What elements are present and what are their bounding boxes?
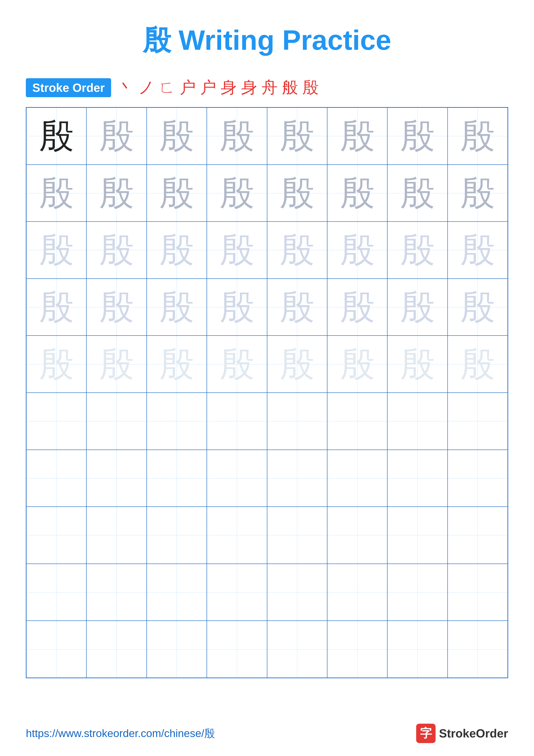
- stroke-step-4: 户: [200, 77, 216, 98]
- grid-cell-8-4[interactable]: [267, 564, 327, 621]
- grid-cell-4-3[interactable]: 殷: [207, 336, 267, 393]
- character-1-0: 殷: [39, 176, 74, 210]
- character-1-2: 殷: [159, 176, 194, 210]
- grid-cell-8-0[interactable]: [26, 564, 87, 621]
- grid-cell-5-7[interactable]: [447, 393, 508, 450]
- grid-cell-0-3[interactable]: 殷: [207, 108, 267, 165]
- grid-cell-9-5[interactable]: [327, 621, 387, 678]
- grid-cell-3-3[interactable]: 殷: [207, 279, 267, 336]
- grid-cell-9-4[interactable]: [267, 621, 327, 678]
- grid-cell-6-3[interactable]: [207, 450, 267, 507]
- grid-cell-1-2[interactable]: 殷: [147, 165, 207, 222]
- grid-cell-4-2[interactable]: 殷: [147, 336, 207, 393]
- grid-cell-1-4[interactable]: 殷: [267, 165, 327, 222]
- grid-cell-9-7[interactable]: [447, 621, 508, 678]
- grid-cell-0-0[interactable]: 殷: [26, 108, 87, 165]
- character-0-4: 殷: [280, 119, 314, 153]
- character-3-4: 殷: [280, 290, 314, 324]
- grid-cell-3-0[interactable]: 殷: [26, 279, 87, 336]
- grid-cell-7-0[interactable]: [26, 507, 87, 564]
- grid-cell-3-1[interactable]: 殷: [87, 279, 146, 336]
- stroke-sequence: 丶ノㄈ户户身身舟般殷: [117, 77, 318, 98]
- grid-cell-0-5[interactable]: 殷: [327, 108, 387, 165]
- grid-cell-9-0[interactable]: [26, 621, 87, 678]
- grid-cell-1-5[interactable]: 殷: [327, 165, 387, 222]
- character-1-4: 殷: [280, 176, 314, 210]
- grid-cell-5-5[interactable]: [327, 393, 387, 450]
- grid-cell-2-2[interactable]: 殷: [147, 222, 207, 279]
- grid-cell-7-6[interactable]: [387, 507, 447, 564]
- character-2-2: 殷: [159, 233, 194, 267]
- grid-cell-5-4[interactable]: [267, 393, 327, 450]
- grid-cell-2-6[interactable]: 殷: [387, 222, 447, 279]
- grid-cell-7-3[interactable]: [207, 507, 267, 564]
- practice-grid[interactable]: 殷殷殷殷殷殷殷殷殷殷殷殷殷殷殷殷殷殷殷殷殷殷殷殷殷殷殷殷殷殷殷殷殷殷殷殷殷殷殷殷: [26, 107, 508, 678]
- character-3-0: 殷: [39, 290, 74, 324]
- grid-cell-4-4[interactable]: 殷: [267, 336, 327, 393]
- grid-cell-8-6[interactable]: [387, 564, 447, 621]
- grid-cell-0-6[interactable]: 殷: [387, 108, 447, 165]
- grid-cell-7-5[interactable]: [327, 507, 387, 564]
- character-3-1: 殷: [99, 290, 134, 324]
- grid-cell-6-7[interactable]: [447, 450, 508, 507]
- stroke-step-1: ノ: [138, 77, 155, 98]
- grid-cell-7-1[interactable]: [87, 507, 146, 564]
- grid-cell-4-5[interactable]: 殷: [327, 336, 387, 393]
- grid-cell-2-4[interactable]: 殷: [267, 222, 327, 279]
- grid-cell-5-0[interactable]: [26, 393, 87, 450]
- grid-cell-6-2[interactable]: [147, 450, 207, 507]
- grid-cell-1-6[interactable]: 殷: [387, 165, 447, 222]
- grid-cell-4-1[interactable]: 殷: [87, 336, 146, 393]
- grid-cell-3-2[interactable]: 殷: [147, 279, 207, 336]
- grid-cell-2-0[interactable]: 殷: [26, 222, 87, 279]
- grid-cell-6-5[interactable]: [327, 450, 387, 507]
- character-2-0: 殷: [39, 233, 74, 267]
- character-0-2: 殷: [159, 119, 194, 153]
- grid-cell-9-6[interactable]: [387, 621, 447, 678]
- grid-cell-9-1[interactable]: [87, 621, 146, 678]
- character-4-0: 殷: [39, 347, 74, 381]
- grid-cell-5-2[interactable]: [147, 393, 207, 450]
- grid-cell-0-1[interactable]: 殷: [87, 108, 146, 165]
- grid-cell-6-4[interactable]: [267, 450, 327, 507]
- grid-cell-5-3[interactable]: [207, 393, 267, 450]
- grid-cell-9-2[interactable]: [147, 621, 207, 678]
- grid-cell-0-4[interactable]: 殷: [267, 108, 327, 165]
- grid-cell-8-7[interactable]: [447, 564, 508, 621]
- grid-cell-4-0[interactable]: 殷: [26, 336, 87, 393]
- grid-cell-9-3[interactable]: [207, 621, 267, 678]
- grid-cell-8-5[interactable]: [327, 564, 387, 621]
- character-1-7: 殷: [460, 176, 495, 210]
- grid-cell-3-6[interactable]: 殷: [387, 279, 447, 336]
- grid-cell-3-5[interactable]: 殷: [327, 279, 387, 336]
- character-2-5: 殷: [340, 233, 375, 267]
- character-2-7: 殷: [460, 233, 495, 267]
- stroke-step-9: 殷: [302, 77, 318, 98]
- grid-cell-6-0[interactable]: [26, 450, 87, 507]
- grid-cell-6-6[interactable]: [387, 450, 447, 507]
- grid-cell-7-4[interactable]: [267, 507, 327, 564]
- grid-cell-3-7[interactable]: 殷: [447, 279, 508, 336]
- grid-cell-3-4[interactable]: 殷: [267, 279, 327, 336]
- grid-cell-4-7[interactable]: 殷: [447, 336, 508, 393]
- grid-cell-4-6[interactable]: 殷: [387, 336, 447, 393]
- grid-cell-0-2[interactable]: 殷: [147, 108, 207, 165]
- grid-cell-8-3[interactable]: [207, 564, 267, 621]
- grid-cell-2-7[interactable]: 殷: [447, 222, 508, 279]
- grid-cell-5-6[interactable]: [387, 393, 447, 450]
- grid-cell-7-7[interactable]: [447, 507, 508, 564]
- grid-cell-2-5[interactable]: 殷: [327, 222, 387, 279]
- logo-icon: 字: [416, 724, 436, 743]
- grid-cell-1-7[interactable]: 殷: [447, 165, 508, 222]
- grid-cell-1-0[interactable]: 殷: [26, 165, 87, 222]
- grid-cell-0-7[interactable]: 殷: [447, 108, 508, 165]
- grid-cell-2-1[interactable]: 殷: [87, 222, 146, 279]
- grid-cell-5-1[interactable]: [87, 393, 146, 450]
- grid-cell-1-1[interactable]: 殷: [87, 165, 146, 222]
- grid-cell-6-1[interactable]: [87, 450, 146, 507]
- grid-cell-8-2[interactable]: [147, 564, 207, 621]
- grid-cell-8-1[interactable]: [87, 564, 146, 621]
- grid-cell-2-3[interactable]: 殷: [207, 222, 267, 279]
- grid-cell-1-3[interactable]: 殷: [207, 165, 267, 222]
- grid-cell-7-2[interactable]: [147, 507, 207, 564]
